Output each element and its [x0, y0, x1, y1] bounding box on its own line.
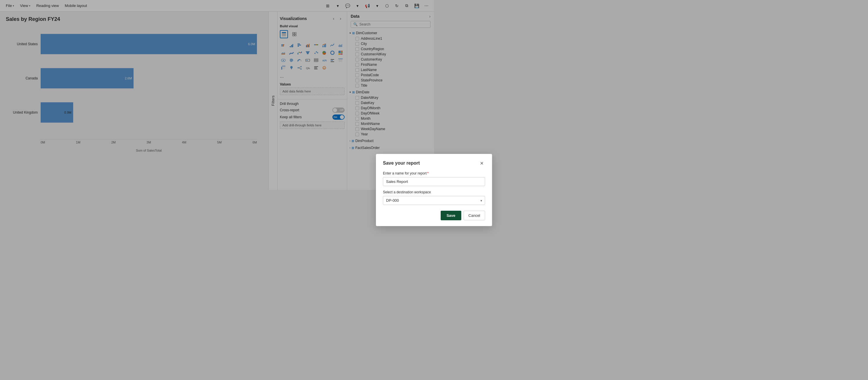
required-star: *	[427, 171, 429, 175]
dialog-title: Save your report	[383, 161, 420, 166]
dialog-header: Save your report ✕	[383, 160, 434, 167]
report-name-input[interactable]	[383, 177, 434, 186]
name-field-label: Enter a name for your report*	[383, 171, 434, 175]
save-dialog: Save your report ✕ Enter a name for your…	[376, 154, 434, 190]
dialog-overlay: Save your report ✕ Enter a name for your…	[0, 0, 434, 190]
